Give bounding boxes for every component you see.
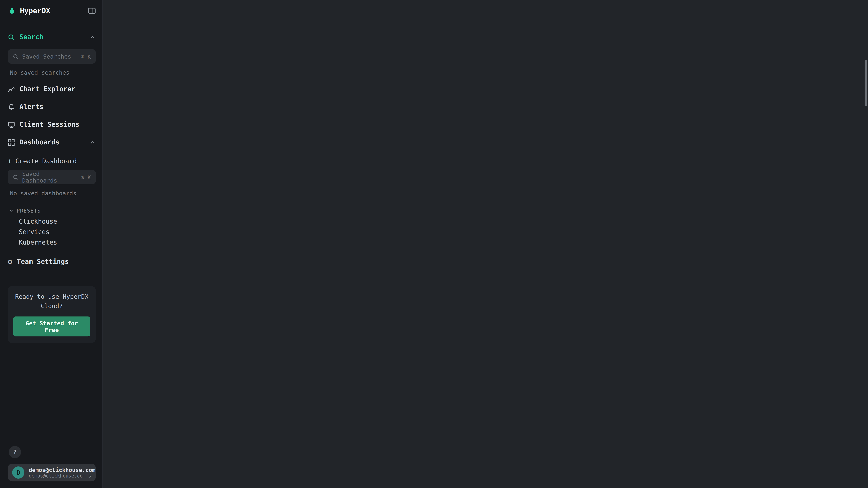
no-saved-dashboards-text: No saved dashboards — [10, 190, 96, 196]
sidebar-item-dashboards[interactable]: Dashboards — [8, 134, 96, 150]
saved-dashboards-input[interactable]: Saved Dashboards ⌘ K — [8, 170, 96, 184]
monitor-icon — [8, 121, 15, 128]
user-email: demos@clickhouse.com — [29, 467, 95, 473]
create-dashboard-button[interactable]: + Create Dashboard — [8, 154, 96, 167]
preset-item-kubernetes[interactable]: Kubernetes — [8, 237, 96, 247]
preset-item-services[interactable]: Services — [8, 226, 96, 237]
user-email-detail: demos@clickhouse.com's — [29, 473, 95, 479]
sidebar-item-label: Alerts — [19, 103, 43, 110]
search-icon — [13, 53, 19, 60]
user-menu[interactable]: D demos@clickhouse.com demos@clickhouse.… — [8, 464, 96, 481]
saved-searches-input[interactable]: Saved Searches ⌘ K — [8, 49, 96, 64]
chart-icon — [8, 86, 15, 93]
no-saved-searches-text: No saved searches — [10, 69, 96, 76]
hyperdx-logo-icon — [8, 7, 16, 15]
sidebar-item-label: Team Settings — [17, 258, 69, 266]
sidebar-item-chart-explorer[interactable]: Chart Explorer — [8, 81, 96, 97]
get-started-button[interactable]: Get Started for Free — [13, 317, 90, 336]
help-button[interactable]: ? — [9, 446, 21, 458]
cmd-k-shortcut: ⌘ K — [81, 174, 91, 180]
sidebar-item-search[interactable]: Search — [8, 29, 96, 45]
gear-icon: ⚙ — [8, 258, 12, 266]
chevron-up-icon — [90, 34, 96, 40]
cloud-promo-text: Ready to use HyperDX Cloud? — [13, 293, 90, 311]
search-icon — [8, 33, 15, 41]
sidebar: HyperDX Search Saved Searches ⌘ K No sa — [0, 0, 103, 488]
hyperdx-app: HyperDX Search Saved Searches ⌘ K No sa — [0, 0, 868, 488]
brand-title: HyperDX — [20, 7, 84, 15]
presets-toggle[interactable]: PRESETS — [9, 207, 96, 214]
sidebar-item-label: Chart Explorer — [19, 85, 75, 93]
logo-row: HyperDX — [8, 7, 96, 15]
grid-icon — [8, 139, 15, 146]
sidebar-collapse-button[interactable] — [88, 7, 96, 14]
sidebar-item-alerts[interactable]: Alerts — [8, 99, 96, 115]
scrollbar-thumb[interactable] — [865, 60, 867, 106]
sidebar-item-label: Search — [19, 33, 43, 41]
search-icon — [13, 174, 19, 180]
saved-searches-placeholder: Saved Searches — [22, 53, 78, 60]
cmd-k-shortcut: ⌘ K — [81, 53, 91, 60]
chevron-up-icon — [90, 139, 96, 145]
preset-item-clickhouse[interactable]: Clickhouse — [8, 216, 96, 226]
chevron-down-icon — [9, 208, 14, 213]
saved-dashboards-placeholder: Saved Dashboards — [22, 170, 78, 184]
sidebar-item-team-settings[interactable]: ⚙ Team Settings — [8, 254, 96, 269]
sidebar-item-label: Dashboards — [19, 138, 59, 146]
panel-toggle-icon — [88, 7, 96, 14]
sidebar-item-label: Client Sessions — [19, 121, 80, 128]
avatar: D — [12, 466, 24, 479]
bell-icon — [8, 103, 15, 110]
presets-label: PRESETS — [17, 207, 41, 214]
sidebar-item-client-sessions[interactable]: Client Sessions — [8, 117, 96, 132]
cloud-promo-card: Ready to use HyperDX Cloud? Get Started … — [8, 286, 96, 343]
